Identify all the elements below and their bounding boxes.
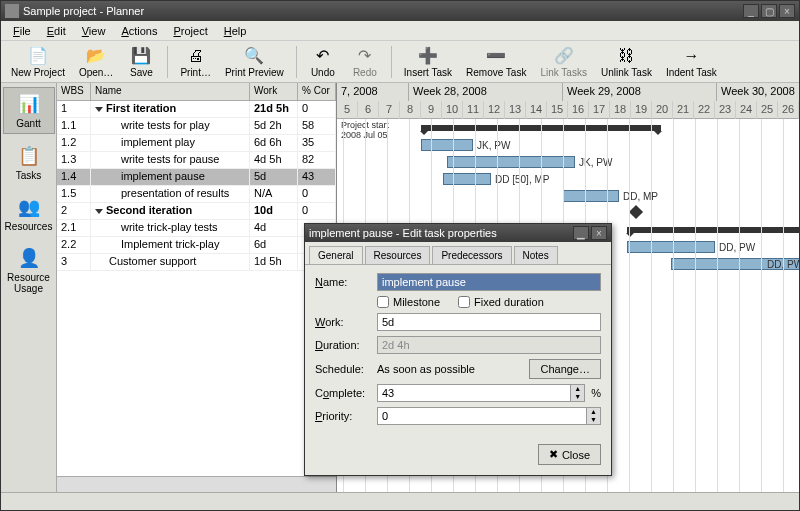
- cell-wbs: 1.2: [57, 135, 91, 151]
- app-icon: [5, 4, 19, 18]
- sidebar-item-usage[interactable]: 👤Resource Usage: [3, 242, 55, 298]
- complete-spinner[interactable]: ▲▼: [377, 384, 585, 402]
- print-preview-button[interactable]: 🔍Print Preview: [219, 44, 290, 80]
- close-button[interactable]: ×: [779, 4, 795, 18]
- col-wbs[interactable]: WBS: [57, 83, 91, 100]
- menu-file[interactable]: File: [5, 23, 39, 39]
- bar-label: DD, PW: [719, 242, 755, 253]
- tab-general[interactable]: General: [309, 246, 363, 264]
- dialog-close-button[interactable]: ×: [591, 226, 607, 240]
- col-complete[interactable]: % Cor: [298, 83, 336, 100]
- cell-name: write tests for pause: [91, 152, 250, 168]
- col-work[interactable]: Work: [250, 83, 298, 100]
- menubar: File Edit View Actions Project Help: [1, 21, 799, 41]
- unlink-task-button[interactable]: ⛓Unlink Task: [595, 44, 658, 80]
- dialog-titlebar: implement pause - Edit task properties ▁…: [305, 224, 611, 242]
- cell-name: implement play: [91, 135, 250, 151]
- menu-edit[interactable]: Edit: [39, 23, 74, 39]
- unlink-icon: ⛓: [616, 46, 636, 66]
- name-input[interactable]: [377, 273, 601, 291]
- cell-complete: 58: [298, 118, 336, 134]
- close-dialog-button[interactable]: ✖Close: [538, 444, 601, 465]
- cell-work: 6d: [250, 237, 298, 253]
- cell-complete: 0: [298, 186, 336, 202]
- table-row[interactable]: 1First iteration21d 5h0: [57, 101, 336, 118]
- menu-actions[interactable]: Actions: [113, 23, 165, 39]
- open-button[interactable]: 📂Open…: [73, 44, 119, 80]
- link-tasks-button[interactable]: 🔗Link Tasks: [534, 44, 593, 80]
- table-row[interactable]: 2.1write trick-play tests4d: [57, 220, 336, 237]
- change-schedule-button[interactable]: Change…: [529, 359, 601, 379]
- sidebar-item-resources[interactable]: 👥Resources: [3, 191, 55, 236]
- table-row[interactable]: 1.4implement pause5d43: [57, 169, 336, 186]
- tab-resources[interactable]: Resources: [365, 246, 431, 264]
- col-name[interactable]: Name: [91, 83, 250, 100]
- usage-icon: 👤: [15, 246, 43, 270]
- new-project-button[interactable]: 📄New Project: [5, 44, 71, 80]
- spin-up-icon[interactable]: ▲: [586, 408, 600, 416]
- task-bar[interactable]: [447, 156, 575, 168]
- cell-work: 6d 6h: [250, 135, 298, 151]
- milestone[interactable]: [629, 205, 643, 219]
- spin-down-icon[interactable]: ▼: [586, 416, 600, 424]
- fixed-duration-checkbox[interactable]: Fixed duration: [458, 296, 544, 308]
- minimize-button[interactable]: _: [743, 4, 759, 18]
- task-bar[interactable]: [627, 241, 715, 253]
- cell-name: Customer support: [91, 254, 250, 270]
- dialog-shade-button[interactable]: ▁: [573, 226, 589, 240]
- table-row[interactable]: 1.1write tests for play5d 2h58: [57, 118, 336, 135]
- complete-label: Complete:: [315, 387, 371, 399]
- task-bar[interactable]: [443, 173, 491, 185]
- table-hscroll[interactable]: [57, 476, 336, 492]
- summary-bar[interactable]: [627, 227, 799, 233]
- cell-wbs: 1: [57, 101, 91, 117]
- cell-name: Second iteration: [91, 203, 250, 219]
- cell-complete: 43: [298, 169, 336, 185]
- dialog-body: Name: Milestone Fixed duration Work: Dur…: [305, 265, 611, 438]
- tab-predecessors[interactable]: Predecessors: [432, 246, 511, 264]
- cell-complete: 82: [298, 152, 336, 168]
- folder-open-icon: 📂: [86, 46, 106, 66]
- work-input[interactable]: [377, 313, 601, 331]
- priority-spinner[interactable]: ▲▼: [377, 407, 601, 425]
- spin-up-icon[interactable]: ▲: [570, 385, 584, 393]
- edit-task-dialog: implement pause - Edit task properties ▁…: [304, 223, 612, 476]
- menu-help[interactable]: Help: [216, 23, 255, 39]
- work-label: Work:: [315, 316, 371, 328]
- cell-work: 5d: [250, 169, 298, 185]
- gantt-header: 7, 2008 Week 28, 2008 Week 29, 2008 Week…: [337, 83, 799, 119]
- save-button[interactable]: 💾Save: [121, 44, 161, 80]
- cell-complete: 0: [298, 101, 336, 117]
- gantt-icon: 📊: [15, 92, 43, 116]
- table-row[interactable]: 1.5presentation of resultsN/A0: [57, 186, 336, 203]
- table-row[interactable]: 2.2Implement trick-play6d: [57, 237, 336, 254]
- print-button[interactable]: 🖨Print…: [174, 44, 217, 80]
- redo-button[interactable]: ↷Redo: [345, 44, 385, 80]
- task-bar[interactable]: [421, 139, 473, 151]
- tab-notes[interactable]: Notes: [514, 246, 558, 264]
- cell-wbs: 3: [57, 254, 91, 270]
- insert-task-button[interactable]: ➕Insert Task: [398, 44, 458, 80]
- undo-button[interactable]: ↶Undo: [303, 44, 343, 80]
- milestone-checkbox[interactable]: Milestone: [377, 296, 440, 308]
- day-label: 24: [736, 101, 757, 119]
- table-body: 1First iteration21d 5h01.1write tests fo…: [57, 101, 336, 476]
- indent-task-button[interactable]: →Indent Task: [660, 44, 723, 80]
- spin-down-icon[interactable]: ▼: [570, 393, 584, 401]
- sidebar-item-tasks[interactable]: 📋Tasks: [3, 140, 55, 185]
- table-row[interactable]: 1.2implement play6d 6h35: [57, 135, 336, 152]
- remove-task-button[interactable]: ➖Remove Task: [460, 44, 532, 80]
- maximize-button[interactable]: ▢: [761, 4, 777, 18]
- cell-work: 10d: [250, 203, 298, 219]
- menu-view[interactable]: View: [74, 23, 114, 39]
- menu-project[interactable]: Project: [165, 23, 215, 39]
- table-row[interactable]: 3Customer support1d 5h: [57, 254, 336, 271]
- cell-complete: 35: [298, 135, 336, 151]
- sidebar-item-gantt[interactable]: 📊Gantt: [3, 87, 55, 134]
- task-bar[interactable]: [563, 190, 619, 202]
- table-row[interactable]: 2Second iteration10d0: [57, 203, 336, 220]
- week-label: Week 30, 2008: [717, 83, 799, 101]
- link-icon: 🔗: [554, 46, 574, 66]
- window-title: Sample project - Planner: [23, 5, 144, 17]
- table-row[interactable]: 1.3write tests for pause4d 5h82: [57, 152, 336, 169]
